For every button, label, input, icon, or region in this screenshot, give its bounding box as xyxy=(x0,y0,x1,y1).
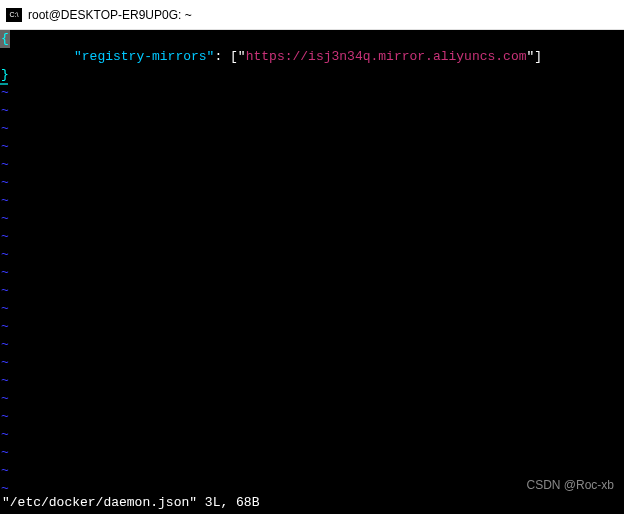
window-titlebar[interactable]: root@DESKTOP-ER9UP0G: ~ xyxy=(0,0,624,30)
tilde-marker: ~ xyxy=(0,372,10,390)
gutter-line xyxy=(0,48,10,66)
tilde-marker: ~ xyxy=(0,408,10,426)
tilde-marker: ~ xyxy=(0,174,10,192)
vim-status-bar: "/etc/docker/daemon.json" 3L, 68B xyxy=(2,494,259,512)
tilde-marker: ~ xyxy=(0,228,10,246)
tilde-marker: ~ xyxy=(0,246,10,264)
tilde-marker: ~ xyxy=(0,282,10,300)
json-url: https://isj3n34q.mirror.aliyuncs.com xyxy=(246,49,527,64)
terminal-icon xyxy=(6,8,22,22)
tilde-marker: ~ xyxy=(0,336,10,354)
editor-content: "registry-mirrors": ["https://isj3n34q.m… xyxy=(10,30,624,66)
tilde-marker: ~ xyxy=(0,390,10,408)
code-line-2: "registry-mirrors": ["https://isj3n34q.m… xyxy=(10,48,624,66)
json-bracket-close: ] xyxy=(534,49,542,64)
json-bracket-open: [ xyxy=(230,49,238,64)
tilde-marker: ~ xyxy=(0,156,10,174)
code-line-1 xyxy=(10,30,624,48)
watermark-text: CSDN @Roc-xb xyxy=(526,476,614,494)
json-brace-open: { xyxy=(0,30,10,48)
editor-gutter: { } ~ ~ ~ ~ ~ ~ ~ ~ ~ ~ ~ ~ ~ ~ ~ ~ ~ ~ … xyxy=(0,30,10,514)
tilde-marker: ~ xyxy=(0,300,10,318)
tilde-marker: ~ xyxy=(0,354,10,372)
tilde-marker: ~ xyxy=(0,444,10,462)
tilde-marker: ~ xyxy=(0,120,10,138)
tilde-marker: ~ xyxy=(0,264,10,282)
terminal-area[interactable]: { } ~ ~ ~ ~ ~ ~ ~ ~ ~ ~ ~ ~ ~ ~ ~ ~ ~ ~ … xyxy=(0,30,624,514)
json-key: "registry-mirrors" xyxy=(74,49,214,64)
json-colon: : xyxy=(214,49,230,64)
tilde-marker: ~ xyxy=(0,426,10,444)
tilde-marker: ~ xyxy=(0,318,10,336)
tilde-marker: ~ xyxy=(0,462,10,480)
window-title: root@DESKTOP-ER9UP0G: ~ xyxy=(28,8,192,22)
json-quote: " xyxy=(238,49,246,64)
json-brace-close: } xyxy=(0,66,10,84)
tilde-marker: ~ xyxy=(0,192,10,210)
tilde-marker: ~ xyxy=(0,138,10,156)
tilde-marker: ~ xyxy=(0,210,10,228)
tilde-marker: ~ xyxy=(0,102,10,120)
tilde-marker: ~ xyxy=(0,84,10,102)
